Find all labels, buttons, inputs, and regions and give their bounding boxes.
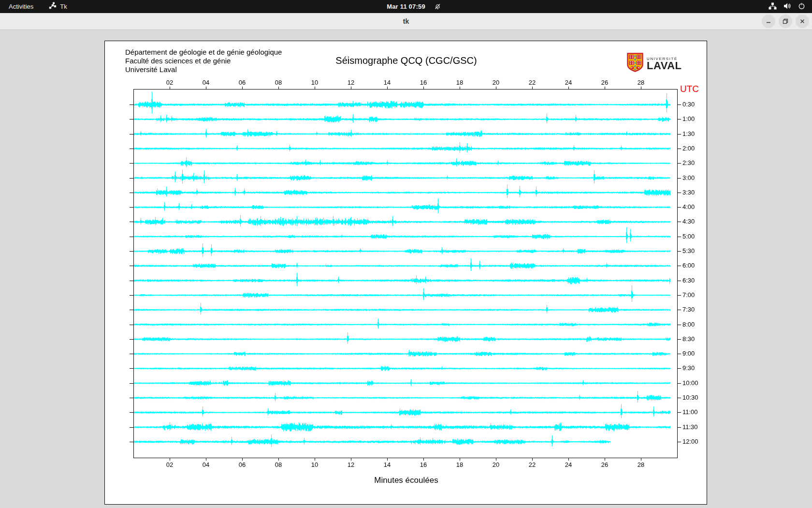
utc-time-label: 8:30 [682,335,695,343]
x-tick-label-bottom: 14 [377,461,397,468]
x-tick-label-bottom: 02 [160,461,179,468]
tk-app-icon [49,2,57,11]
x-tick-label-bottom: 16 [414,461,433,468]
x-tick-label-top: 24 [559,79,578,86]
x-tick-label-bottom: 08 [269,461,288,468]
x-tick-label-bottom: 10 [305,461,324,468]
restore-button[interactable] [779,15,792,28]
close-icon [799,18,805,24]
utc-time-label: 2:00 [682,145,695,152]
x-tick-label-top: 28 [631,79,651,86]
gnome-top-bar: Activities Tk Mar 11 07:59 [0,0,812,13]
utc-time-label: 4:00 [682,203,695,210]
logo-line-laval: LAVAL [647,61,682,71]
x-tick-label-bottom: 06 [232,461,252,468]
x-tick-label-bottom: 28 [631,461,651,468]
utc-time-label: 4:30 [682,218,695,225]
utc-time-label: 10:30 [682,394,698,401]
close-button[interactable] [796,15,809,28]
utc-time-label: 8:00 [682,321,695,328]
utc-time-label: 9:30 [682,364,695,372]
x-tick-label-bottom: 04 [196,461,216,468]
network-wired-icon[interactable] [768,2,777,11]
clock[interactable]: Mar 11 07:59 [387,0,425,13]
minimize-icon [766,18,771,24]
focused-app-name: Tk [60,3,67,10]
x-tick-label-top: 02 [160,79,179,86]
x-tick-label-top: 10 [305,79,324,86]
focused-app-indicator[interactable]: Tk [49,2,67,11]
utc-time-label: 12:00 [682,438,698,445]
notifications-disabled-icon [434,3,441,12]
power-icon[interactable] [798,2,805,11]
utc-time-label: 3:00 [682,174,695,181]
utc-time-label: 6:30 [682,277,695,284]
figure-title: Séismographe QCQ (CGC/GSC) [105,55,708,66]
x-tick-label-top: 14 [377,79,397,86]
universite-laval-logo: UNIVERSITÉ LAVAL [627,53,682,74]
utc-time-label: 0:30 [682,101,695,108]
tk-window-body: Département de géologie et de génie géol… [0,30,812,508]
window-title: tk [403,17,409,25]
utc-time-label: 1:30 [682,130,695,137]
utc-time-label: 1:00 [682,115,695,122]
x-tick-label-top: 20 [486,79,506,86]
utc-axis-label: UTC [680,84,699,94]
x-tick-label-bottom: 26 [595,461,614,468]
x-tick-label-top: 26 [595,79,614,86]
x-tick-label-top: 04 [196,79,216,86]
x-tick-label-bottom: 12 [341,461,361,468]
volume-icon[interactable] [783,2,791,11]
header-line-3: Université Laval [125,65,282,74]
x-tick-label-bottom: 20 [486,461,506,468]
utc-time-label: 11:00 [682,408,698,416]
x-tick-label-bottom: 22 [522,461,542,468]
utc-time-label: 9:00 [682,350,695,357]
window-title-bar[interactable]: tk [0,13,812,30]
utc-time-label: 6:00 [682,262,695,269]
activities-button[interactable]: Activities [0,0,42,13]
utc-time-label: 2:30 [682,159,695,166]
utc-time-label: 3:30 [682,189,695,196]
x-tick-label-top: 16 [414,79,433,86]
utc-time-label: 5:30 [682,247,695,254]
minimize-button[interactable] [762,15,775,28]
utc-time-label: 5:00 [682,233,695,240]
utc-time-label: 7:30 [682,306,695,313]
x-tick-label-bottom: 18 [450,461,469,468]
x-tick-label-top: 12 [341,79,361,86]
seismograph-figure: Département de géologie et de génie géol… [104,41,707,505]
utc-time-label: 10:00 [682,379,698,387]
seismogram-canvas [105,41,708,505]
x-tick-label-top: 08 [269,79,288,86]
restore-icon [783,18,788,24]
x-tick-label-top: 18 [450,79,469,86]
laval-shield-icon [627,53,643,74]
utc-time-label: 11:30 [682,423,698,431]
x-axis-label: Minutes écoulées [105,476,708,485]
x-tick-label-bottom: 24 [559,461,578,468]
x-tick-label-top: 22 [522,79,542,86]
utc-time-label: 7:00 [682,291,695,299]
x-tick-label-top: 06 [232,79,252,86]
